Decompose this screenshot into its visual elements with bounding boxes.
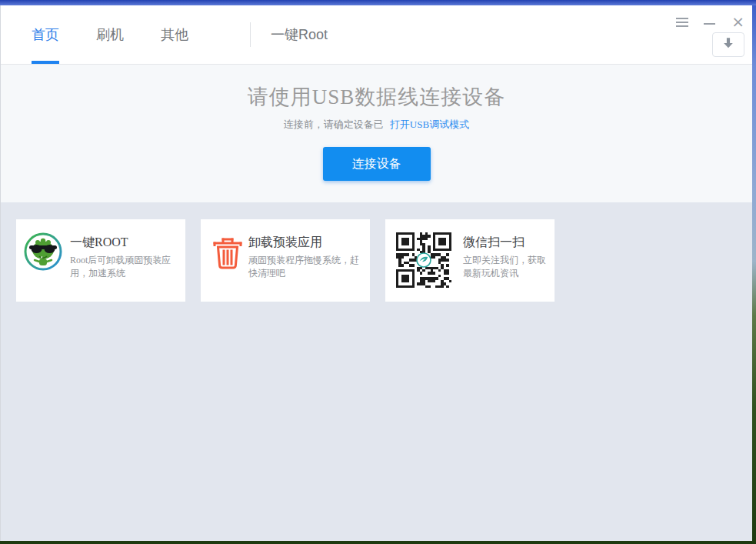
tab-home[interactable]: 首页	[32, 5, 59, 64]
card-uninstall-preinstalled[interactable]: 卸载预装应用 顽固预装程序拖慢系统，赶快清理吧	[201, 219, 370, 302]
hero-section: 请使用USB数据线连接设备 连接前，请确定设备已打开USB调试模式 连接设备	[1, 65, 752, 202]
card-title: 卸载预装应用	[248, 235, 322, 251]
wechat-qr-code	[396, 232, 451, 288]
card-description: 立即关注我们，获取最新玩机资讯	[463, 254, 550, 280]
download-arrow-icon	[721, 35, 736, 54]
menu-icon[interactable]	[676, 18, 688, 27]
connect-device-button[interactable]: 连接设备	[323, 147, 431, 181]
minimize-button[interactable]	[704, 16, 716, 25]
download-button[interactable]	[712, 32, 744, 57]
card-title: 一键ROOT	[70, 235, 128, 251]
minimize-icon	[704, 23, 715, 25]
nav-divider	[250, 22, 251, 47]
usb-debug-mode-link[interactable]: 打开USB调试模式	[390, 118, 469, 130]
window-controls: ×	[676, 16, 744, 27]
card-description: 顽固预装程序拖慢系统，赶快清理吧	[248, 254, 359, 280]
card-wechat-scan[interactable]: 微信扫一扫 立即关注我们，获取最新玩机资讯	[385, 219, 555, 302]
trash-icon	[213, 235, 242, 270]
feature-cards: 一键ROOT Root后可卸载顽固预装应用，加速系统 卸载预装应用 顽固预装程	[1, 202, 752, 319]
close-button[interactable]: ×	[731, 16, 744, 27]
card-one-key-root[interactable]: 一键ROOT Root后可卸载顽固预装应用，加速系统	[16, 219, 185, 302]
tab-other[interactable]: 其他	[161, 5, 188, 64]
card-description: Root后可卸载顽固预装应用，加速系统	[70, 254, 182, 280]
app-window: 首页 刷机 其他 一键Root × 请使用USB数据线连接设备 连接前，请确定设…	[0, 5, 752, 541]
tab-flash[interactable]: 刷机	[96, 5, 124, 64]
root-mascot-icon	[24, 232, 62, 271]
hero-subtitle: 连接前，请确定设备已打开USB调试模式	[1, 118, 752, 132]
hero-title: 请使用USB数据线连接设备	[1, 83, 752, 111]
nav-bar: 首页 刷机 其他 一键Root ×	[1, 5, 752, 65]
qr-center-logo-icon	[416, 252, 431, 268]
tab-one-key-root[interactable]: 一键Root	[271, 5, 328, 64]
card-title: 微信扫一扫	[463, 235, 525, 251]
hero-subtitle-text: 连接前，请确定设备已	[284, 118, 384, 130]
window-top-border	[0, 0, 756, 5]
